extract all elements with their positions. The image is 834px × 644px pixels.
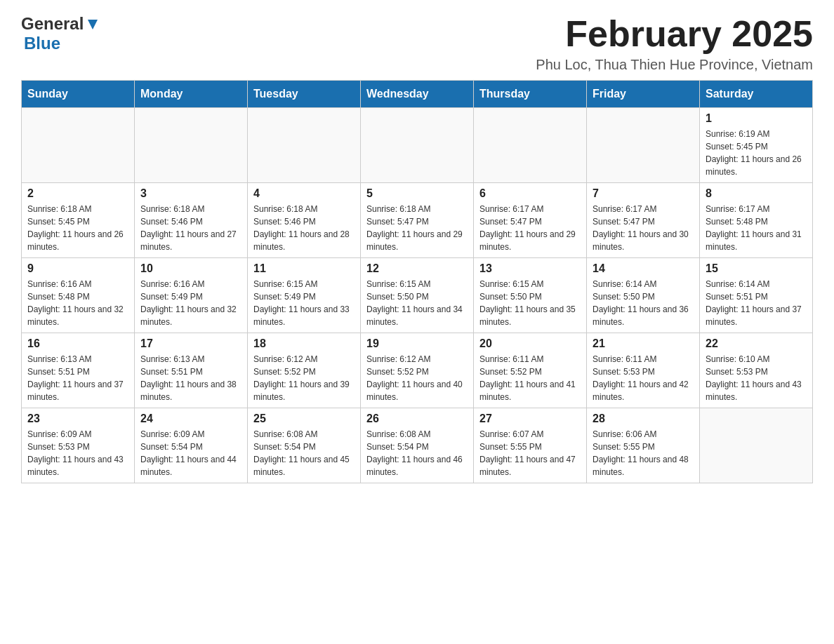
calendar-cell: 20Sunrise: 6:11 AM Sunset: 5:52 PM Dayli… — [474, 333, 587, 408]
day-number: 15 — [706, 262, 807, 275]
day-number: 28 — [593, 412, 694, 425]
calendar-cell: 5Sunrise: 6:18 AM Sunset: 5:47 PM Daylig… — [361, 183, 474, 258]
day-info: Sunrise: 6:17 AM Sunset: 5:47 PM Dayligh… — [593, 203, 694, 253]
logo-triangle-icon — [85, 17, 100, 32]
day-info: Sunrise: 6:14 AM Sunset: 5:50 PM Dayligh… — [593, 278, 694, 328]
day-info: Sunrise: 6:12 AM Sunset: 5:52 PM Dayligh… — [366, 353, 468, 403]
calendar-cell: 9Sunrise: 6:16 AM Sunset: 5:48 PM Daylig… — [22, 258, 135, 333]
day-info: Sunrise: 6:12 AM Sunset: 5:52 PM Dayligh… — [253, 353, 355, 403]
day-number: 2 — [27, 187, 128, 200]
day-info: Sunrise: 6:07 AM Sunset: 5:55 PM Dayligh… — [479, 428, 581, 478]
calendar-cell: 17Sunrise: 6:13 AM Sunset: 5:51 PM Dayli… — [135, 333, 248, 408]
calendar-cell: 12Sunrise: 6:15 AM Sunset: 5:50 PM Dayli… — [361, 258, 474, 333]
calendar-cell — [361, 108, 474, 183]
day-number: 10 — [140, 262, 241, 275]
calendar-cell — [474, 108, 587, 183]
day-number: 21 — [593, 337, 694, 350]
svg-marker-0 — [88, 20, 98, 29]
day-number: 14 — [593, 262, 694, 275]
calendar-cell — [700, 408, 813, 483]
page-header: General Blue February 2025 Phu Loc, Thua… — [21, 14, 813, 73]
day-number: 1 — [706, 112, 807, 125]
calendar-cell: 8Sunrise: 6:17 AM Sunset: 5:48 PM Daylig… — [700, 183, 813, 258]
day-number: 20 — [479, 337, 581, 350]
day-info: Sunrise: 6:08 AM Sunset: 5:54 PM Dayligh… — [366, 428, 468, 478]
title-section: February 2025 Phu Loc, Thua Thien Hue Pr… — [536, 14, 813, 73]
day-number: 5 — [366, 187, 468, 200]
day-info: Sunrise: 6:09 AM Sunset: 5:54 PM Dayligh… — [140, 428, 241, 478]
calendar-day-header: Thursday — [474, 81, 587, 108]
calendar-cell: 28Sunrise: 6:06 AM Sunset: 5:55 PM Dayli… — [587, 408, 700, 483]
calendar-cell: 18Sunrise: 6:12 AM Sunset: 5:52 PM Dayli… — [248, 333, 361, 408]
day-number: 11 — [253, 262, 355, 275]
calendar-cell: 27Sunrise: 6:07 AM Sunset: 5:55 PM Dayli… — [474, 408, 587, 483]
calendar-day-header: Monday — [135, 81, 248, 108]
day-info: Sunrise: 6:17 AM Sunset: 5:48 PM Dayligh… — [706, 203, 807, 253]
calendar-day-header: Sunday — [22, 81, 135, 108]
day-info: Sunrise: 6:11 AM Sunset: 5:52 PM Dayligh… — [479, 353, 581, 403]
calendar-header-row: SundayMondayTuesdayWednesdayThursdayFrid… — [22, 81, 813, 108]
calendar-day-header: Friday — [587, 81, 700, 108]
day-info: Sunrise: 6:15 AM Sunset: 5:50 PM Dayligh… — [366, 278, 468, 328]
calendar-week-row: 2Sunrise: 6:18 AM Sunset: 5:45 PM Daylig… — [22, 183, 813, 258]
day-number: 26 — [366, 412, 468, 425]
day-number: 17 — [140, 337, 241, 350]
day-info: Sunrise: 6:14 AM Sunset: 5:51 PM Dayligh… — [706, 278, 807, 328]
day-info: Sunrise: 6:11 AM Sunset: 5:53 PM Dayligh… — [593, 353, 694, 403]
calendar-cell — [22, 108, 135, 183]
calendar-day-header: Tuesday — [248, 81, 361, 108]
calendar-cell: 21Sunrise: 6:11 AM Sunset: 5:53 PM Dayli… — [587, 333, 700, 408]
logo-general-text: General — [21, 14, 84, 34]
day-number: 18 — [253, 337, 355, 350]
day-number: 7 — [593, 187, 694, 200]
day-info: Sunrise: 6:15 AM Sunset: 5:50 PM Dayligh… — [479, 278, 581, 328]
calendar-cell: 15Sunrise: 6:14 AM Sunset: 5:51 PM Dayli… — [700, 258, 813, 333]
calendar-cell: 14Sunrise: 6:14 AM Sunset: 5:50 PM Dayli… — [587, 258, 700, 333]
day-number: 27 — [479, 412, 581, 425]
day-number: 23 — [27, 412, 128, 425]
calendar-cell: 4Sunrise: 6:18 AM Sunset: 5:46 PM Daylig… — [248, 183, 361, 258]
calendar-cell: 16Sunrise: 6:13 AM Sunset: 5:51 PM Dayli… — [22, 333, 135, 408]
day-number: 8 — [706, 187, 807, 200]
day-number: 22 — [706, 337, 807, 350]
day-info: Sunrise: 6:18 AM Sunset: 5:47 PM Dayligh… — [366, 203, 468, 253]
day-number: 13 — [479, 262, 581, 275]
day-number: 16 — [27, 337, 128, 350]
day-info: Sunrise: 6:13 AM Sunset: 5:51 PM Dayligh… — [140, 353, 241, 403]
calendar-cell: 22Sunrise: 6:10 AM Sunset: 5:53 PM Dayli… — [700, 333, 813, 408]
calendar-cell: 6Sunrise: 6:17 AM Sunset: 5:47 PM Daylig… — [474, 183, 587, 258]
day-info: Sunrise: 6:06 AM Sunset: 5:55 PM Dayligh… — [593, 428, 694, 478]
day-info: Sunrise: 6:18 AM Sunset: 5:46 PM Dayligh… — [253, 203, 355, 253]
calendar-cell: 11Sunrise: 6:15 AM Sunset: 5:49 PM Dayli… — [248, 258, 361, 333]
calendar-cell: 10Sunrise: 6:16 AM Sunset: 5:49 PM Dayli… — [135, 258, 248, 333]
day-number: 19 — [366, 337, 468, 350]
day-info: Sunrise: 6:18 AM Sunset: 5:45 PM Dayligh… — [27, 203, 128, 253]
calendar-day-header: Wednesday — [361, 81, 474, 108]
calendar-week-row: 23Sunrise: 6:09 AM Sunset: 5:53 PM Dayli… — [22, 408, 813, 483]
day-number: 4 — [253, 187, 355, 200]
day-info: Sunrise: 6:13 AM Sunset: 5:51 PM Dayligh… — [27, 353, 128, 403]
calendar-day-header: Saturday — [700, 81, 813, 108]
day-info: Sunrise: 6:10 AM Sunset: 5:53 PM Dayligh… — [706, 353, 807, 403]
logo-blue-text: Blue — [24, 34, 60, 53]
calendar-week-row: 9Sunrise: 6:16 AM Sunset: 5:48 PM Daylig… — [22, 258, 813, 333]
location-subtitle: Phu Loc, Thua Thien Hue Province, Vietna… — [536, 57, 813, 73]
day-info: Sunrise: 6:16 AM Sunset: 5:49 PM Dayligh… — [140, 278, 241, 328]
calendar-cell — [587, 108, 700, 183]
day-number: 24 — [140, 412, 241, 425]
day-info: Sunrise: 6:19 AM Sunset: 5:45 PM Dayligh… — [706, 128, 807, 178]
calendar-cell: 13Sunrise: 6:15 AM Sunset: 5:50 PM Dayli… — [474, 258, 587, 333]
calendar-cell: 2Sunrise: 6:18 AM Sunset: 5:45 PM Daylig… — [22, 183, 135, 258]
calendar-week-row: 16Sunrise: 6:13 AM Sunset: 5:51 PM Dayli… — [22, 333, 813, 408]
day-info: Sunrise: 6:09 AM Sunset: 5:53 PM Dayligh… — [27, 428, 128, 478]
calendar-cell: 24Sunrise: 6:09 AM Sunset: 5:54 PM Dayli… — [135, 408, 248, 483]
calendar-cell — [248, 108, 361, 183]
calendar-table: SundayMondayTuesdayWednesdayThursdayFrid… — [21, 80, 813, 483]
calendar-cell: 1Sunrise: 6:19 AM Sunset: 5:45 PM Daylig… — [700, 108, 813, 183]
day-info: Sunrise: 6:16 AM Sunset: 5:48 PM Dayligh… — [27, 278, 128, 328]
calendar-cell: 3Sunrise: 6:18 AM Sunset: 5:46 PM Daylig… — [135, 183, 248, 258]
day-info: Sunrise: 6:15 AM Sunset: 5:49 PM Dayligh… — [253, 278, 355, 328]
calendar-cell: 7Sunrise: 6:17 AM Sunset: 5:47 PM Daylig… — [587, 183, 700, 258]
day-number: 9 — [27, 262, 128, 275]
day-info: Sunrise: 6:18 AM Sunset: 5:46 PM Dayligh… — [140, 203, 241, 253]
